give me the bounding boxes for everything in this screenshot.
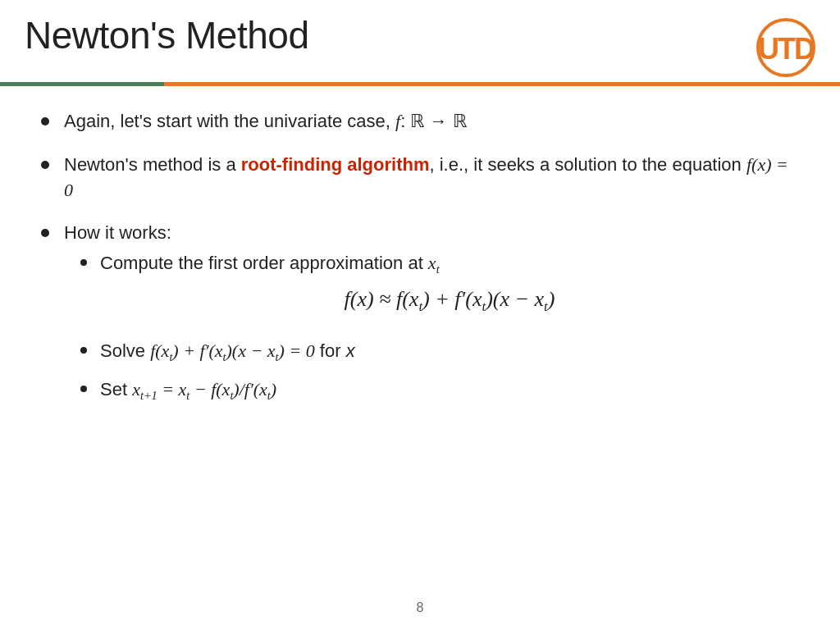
bullet-dot-3	[41, 229, 49, 237]
content-area: Again, let's start with the univariate c…	[0, 86, 840, 450]
bullet-item-3: How it works: Compute the first order ap…	[41, 221, 799, 415]
utd-logo: UTD	[756, 18, 815, 77]
header: Newton's Method UTD	[0, 0, 840, 77]
highlight-root-finding: root-finding algorithm	[241, 154, 430, 175]
divider-green	[0, 82, 164, 86]
sub-bullet-content-3: Set xt+1 = xt − f(xt)/f′(xt)	[100, 377, 799, 404]
sub1-text: Compute the first order approximation at…	[100, 253, 440, 273]
math-f: f	[395, 111, 400, 131]
sub-bullet-dot-1	[80, 259, 87, 266]
sub-bullet-content-2: Solve f(xt) + f′(xt)(x − xt) = 0 for x	[100, 339, 799, 365]
sub-bullet-item-2: Solve f(xt) + f′(xt)(x − xt) = 0 for x	[80, 339, 799, 365]
formula-set: xt+1 = xt − f(xt)/f′(xt)	[132, 379, 276, 399]
math-xt: xt	[428, 253, 440, 273]
sub-bullet-dot-2	[80, 347, 87, 354]
bullet-content-1: Again, let's start with the univariate c…	[64, 109, 799, 135]
slide-title: Newton's Method	[25, 15, 308, 57]
slide: Newton's Method UTD Again, let's start w…	[0, 0, 840, 630]
sub2-text-for: for x	[315, 340, 355, 361]
bullet-item-2: Newton's method is a root-finding algori…	[41, 153, 799, 203]
formula-solve: f(xt) + f′(xt)(x − xt) = 0	[150, 340, 315, 361]
page-number: 8	[417, 600, 424, 615]
sub-bullet-content-1: Compute the first order approximation at…	[100, 251, 799, 327]
bullet-content-3: How it works: Compute the first order ap…	[64, 221, 799, 415]
bullet-content-2: Newton's method is a root-finding algori…	[64, 153, 799, 203]
how-it-works-label: How it works:	[64, 222, 171, 243]
main-bullet-list: Again, let's start with the univariate c…	[41, 109, 799, 415]
divider-orange	[164, 82, 840, 86]
sub-bullet-list: Compute the first order approximation at…	[80, 251, 799, 404]
sub-bullet-dot-3	[80, 386, 87, 392]
sub-bullet-item-1: Compute the first order approximation at…	[80, 251, 799, 327]
bullet-item-1: Again, let's start with the univariate c…	[41, 109, 799, 135]
bullet-dot-1	[41, 117, 49, 126]
svg-text:UTD: UTD	[758, 32, 815, 66]
bullet-dot-2	[41, 161, 49, 169]
sub2-text-solve: Solve	[100, 340, 150, 361]
formula-approximation: f(x) ≈ f(xt) + f′(xt)(x − xt)	[100, 285, 799, 317]
sub-bullet-item-3: Set xt+1 = xt − f(xt)/f′(xt)	[80, 377, 799, 404]
sub3-text-set: Set	[100, 379, 132, 399]
header-divider	[0, 82, 840, 86]
